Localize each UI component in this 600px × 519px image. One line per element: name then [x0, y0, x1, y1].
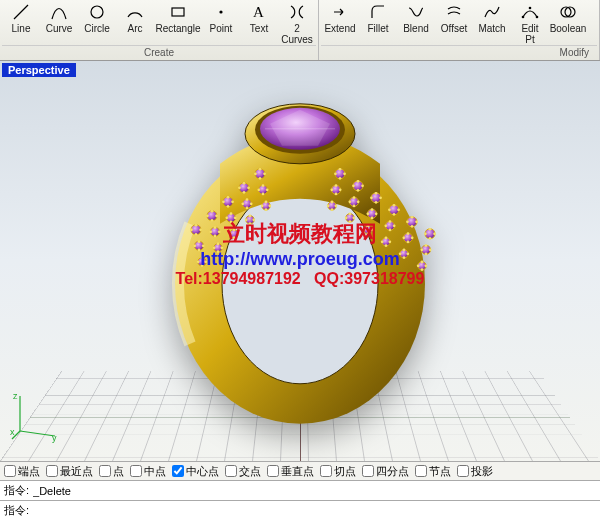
snap-item-8[interactable]: 四分点	[362, 464, 409, 479]
svg-point-182	[217, 250, 220, 253]
snap-checkbox-1[interactable]	[46, 465, 58, 477]
svg-point-56	[335, 184, 338, 187]
svg-point-175	[236, 232, 239, 235]
svg-point-179	[213, 246, 216, 249]
snap-item-2[interactable]: 点	[99, 464, 124, 479]
svg-point-40	[397, 208, 400, 211]
snap-item-9[interactable]: 节点	[415, 464, 451, 479]
2curves-button[interactable]: 2 Curves	[278, 0, 316, 46]
line-icon	[11, 2, 31, 22]
snap-item-5[interactable]: 交点	[225, 464, 261, 479]
group-label-modify: Modify	[321, 45, 597, 60]
svg-point-82	[425, 253, 428, 256]
point-button[interactable]: Point	[202, 0, 240, 46]
arc-button[interactable]: Arc	[116, 0, 154, 46]
svg-point-161	[198, 240, 201, 243]
command-line-1: 指令:	[0, 481, 600, 501]
svg-point-1	[91, 6, 103, 18]
svg-point-26	[339, 168, 342, 171]
circle-button[interactable]: Circle	[78, 0, 116, 46]
snap-checkbox-9[interactable]	[415, 465, 427, 477]
svg-point-102	[385, 244, 388, 247]
snap-item-3[interactable]: 中点	[130, 464, 166, 479]
extend-button[interactable]: Extend	[321, 0, 359, 46]
snap-item-7[interactable]: 切点	[320, 464, 356, 479]
svg-point-187	[201, 264, 204, 267]
point-icon	[211, 2, 231, 22]
curve-button[interactable]: Curve	[40, 0, 78, 46]
svg-point-50	[433, 232, 436, 235]
svg-point-117	[259, 177, 262, 180]
snap-checkbox-7[interactable]	[320, 465, 332, 477]
svg-point-129	[206, 214, 209, 217]
svg-point-177	[233, 236, 236, 239]
svg-point-144	[241, 202, 244, 205]
axis-widget: z y x	[10, 391, 60, 441]
snap-checkbox-4[interactable]	[172, 465, 184, 477]
svg-point-109	[417, 264, 420, 267]
text-button[interactable]: A Text	[240, 0, 278, 46]
snap-item-4[interactable]: 中心点	[172, 464, 219, 479]
svg-point-136	[195, 224, 198, 227]
svg-point-110	[424, 264, 427, 267]
svg-point-55	[339, 188, 342, 191]
snap-item-1[interactable]: 最近点	[46, 464, 93, 479]
viewport[interactable]: Perspective z y x	[0, 61, 600, 461]
offset-button[interactable]: Offset	[435, 0, 473, 46]
2curves-icon	[287, 2, 307, 22]
command-input-1[interactable]	[31, 484, 600, 498]
svg-point-61	[353, 196, 356, 199]
svg-point-3	[219, 10, 222, 13]
snap-checkbox-5[interactable]	[225, 465, 237, 477]
snap-checkbox-10[interactable]	[457, 465, 469, 477]
extend-icon	[330, 2, 350, 22]
svg-point-36	[375, 192, 378, 195]
svg-point-29	[352, 184, 355, 187]
svg-point-34	[370, 196, 373, 199]
text-icon: A	[249, 2, 269, 22]
snap-checkbox-8[interactable]	[362, 465, 374, 477]
snap-label-2: 点	[113, 464, 124, 479]
snap-label-5: 交点	[239, 464, 261, 479]
svg-point-45	[415, 220, 418, 223]
offset-icon	[444, 2, 464, 22]
snap-item-0[interactable]: 端点	[4, 464, 40, 479]
svg-point-104	[399, 252, 402, 255]
svg-point-81	[425, 244, 428, 247]
svg-point-60	[357, 200, 360, 203]
svg-point-147	[246, 207, 249, 210]
svg-point-77	[407, 241, 410, 244]
snap-checkbox-3[interactable]	[130, 465, 142, 477]
svg-point-125	[231, 200, 234, 203]
svg-text:z: z	[13, 391, 18, 401]
line-button[interactable]: Line	[2, 0, 40, 46]
blend-icon	[406, 2, 426, 22]
snap-checkbox-0[interactable]	[4, 465, 16, 477]
svg-point-84	[327, 204, 330, 207]
snap-checkbox-2[interactable]	[99, 465, 111, 477]
svg-point-51	[429, 228, 432, 231]
snap-checkbox-6[interactable]	[267, 465, 279, 477]
svg-point-49	[424, 232, 427, 235]
snap-item-10[interactable]: 投影	[457, 464, 493, 479]
svg-point-70	[393, 224, 396, 227]
svg-point-52	[429, 237, 432, 240]
svg-point-106	[403, 249, 406, 252]
snap-item-6[interactable]: 垂直点	[267, 464, 314, 479]
viewport-label[interactable]: Perspective	[2, 63, 76, 77]
snap-bar: 端点最近点点中点中心点交点垂直点切点四分点节点投影	[0, 461, 600, 481]
match-button[interactable]: Match	[473, 0, 511, 46]
svg-point-31	[357, 180, 360, 183]
tool-group-modify: Extend Fillet Blend Offset Match Edit Pt	[319, 0, 600, 60]
editpt-button[interactable]: Edit Pt	[511, 0, 549, 46]
command-input-2[interactable]	[31, 504, 600, 518]
blend-button[interactable]: Blend	[397, 0, 435, 46]
fillet-button[interactable]: Fillet	[359, 0, 397, 46]
svg-point-132	[211, 219, 214, 222]
rectangle-button[interactable]: Rectangle	[154, 0, 202, 46]
svg-point-170	[252, 218, 255, 221]
circle-icon	[87, 2, 107, 22]
svg-point-99	[381, 240, 384, 243]
boolean-button[interactable]: Boolean	[549, 0, 587, 46]
svg-point-130	[215, 214, 218, 217]
